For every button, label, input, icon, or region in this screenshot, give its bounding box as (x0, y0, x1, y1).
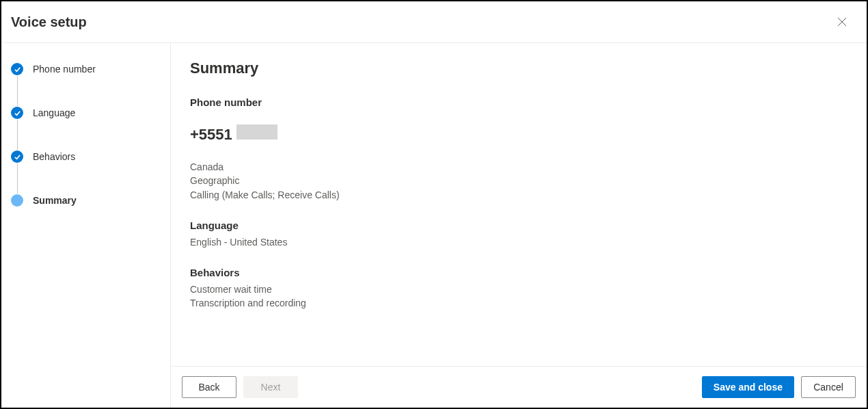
phone-number-section: Phone number +5551 Canada Geographic Cal… (190, 96, 847, 202)
step-phone-number[interactable]: Phone number (11, 62, 170, 76)
check-icon (11, 63, 23, 75)
check-icon (11, 107, 23, 119)
save-and-close-button[interactable]: Save and close (702, 376, 794, 398)
behaviors-section: Behaviors Customer wait time Transcripti… (190, 267, 847, 311)
step-language[interactable]: Language (11, 106, 170, 120)
next-button: Next (243, 376, 298, 398)
phone-number-value: +5551 (190, 126, 232, 144)
step-connector (17, 120, 18, 150)
check-icon (11, 150, 23, 163)
phone-number-row: +5551 (190, 124, 847, 144)
close-button[interactable] (831, 11, 853, 33)
behaviors-label: Behaviors (190, 267, 847, 278)
language-label: Language (190, 220, 847, 231)
language-value: English - United States (190, 235, 847, 249)
cancel-button[interactable]: Cancel (801, 376, 856, 398)
phone-country: Canada (190, 160, 847, 174)
step-label: Language (33, 107, 75, 118)
main-panel: Summary Phone number +5551 Canada Geogra… (171, 43, 867, 408)
page-title: Summary (190, 60, 847, 77)
phone-calling: Calling (Make Calls; Receive Calls) (190, 188, 847, 202)
footer-right: Save and close Cancel (702, 376, 856, 398)
step-connector (17, 76, 18, 106)
dialog-body: Phone number Language Behavior (1, 43, 867, 408)
footer-left: Back Next (182, 376, 298, 398)
voice-setup-dialog: Voice setup Phone number (0, 0, 868, 409)
behavior-item: Customer wait time (190, 282, 847, 296)
dialog-header: Voice setup (1, 1, 867, 43)
dialog-title: Voice setup (11, 14, 87, 30)
step-label: Phone number (33, 64, 96, 75)
summary-content: Summary Phone number +5551 Canada Geogra… (171, 43, 867, 366)
close-icon (837, 16, 847, 27)
behavior-item: Transcription and recording (190, 296, 847, 310)
phone-number-redacted (236, 124, 277, 140)
wizard-steps-sidebar: Phone number Language Behavior (1, 43, 171, 408)
dialog-footer: Back Next Save and close Cancel (171, 366, 867, 408)
phone-number-label: Phone number (190, 96, 847, 108)
step-connector (17, 163, 18, 194)
phone-type: Geographic (190, 174, 847, 187)
step-summary[interactable]: Summary (11, 194, 170, 207)
language-section: Language English - United States (190, 220, 847, 249)
step-label: Summary (33, 195, 77, 206)
step-behaviors[interactable]: Behaviors (11, 150, 170, 163)
step-label: Behaviors (33, 151, 75, 162)
back-button[interactable]: Back (182, 376, 236, 398)
current-step-icon (11, 194, 23, 207)
